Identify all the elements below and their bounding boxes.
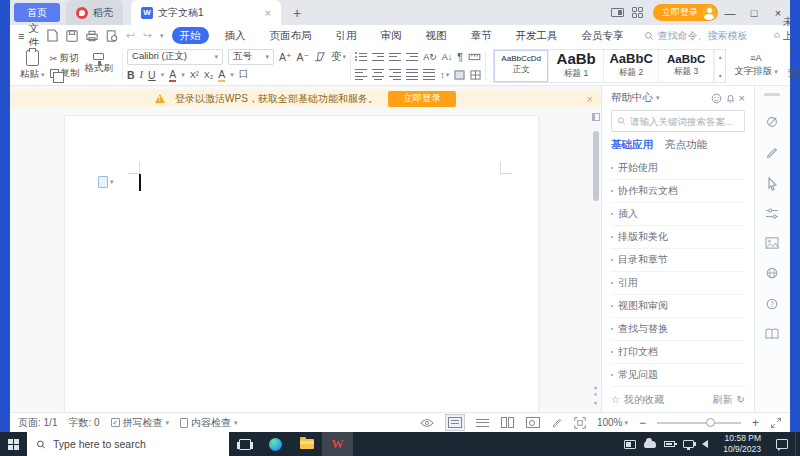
document-page[interactable]: ▾ bbox=[65, 116, 538, 412]
new-tab-button[interactable]: + bbox=[293, 5, 301, 21]
edge-button[interactable] bbox=[260, 432, 291, 456]
bold-button[interactable]: B bbox=[127, 69, 135, 81]
action-center-button[interactable] bbox=[769, 432, 795, 456]
help-item[interactable]: 引用 bbox=[611, 272, 745, 295]
ruler-toggle-icon[interactable] bbox=[592, 113, 600, 121]
help-item[interactable]: 打印文档 bbox=[611, 341, 745, 364]
quickbar-dropdown-icon[interactable]: ▾ bbox=[160, 32, 164, 40]
taskbar-search-input[interactable] bbox=[53, 438, 220, 450]
window-switch-icon[interactable] bbox=[611, 8, 624, 17]
content-check-toggle[interactable]: 内容检查 ▾ bbox=[180, 416, 238, 430]
web-view-icon[interactable] bbox=[526, 417, 540, 428]
image-icon[interactable] bbox=[765, 237, 779, 249]
text-direction-icon[interactable]: A↻ bbox=[423, 52, 437, 62]
wps-taskbar-button[interactable]: W bbox=[322, 432, 353, 456]
document-canvas[interactable]: ▾ ▴ ▾ bbox=[10, 107, 601, 412]
numbered-list-icon[interactable] bbox=[372, 53, 384, 61]
sort-icon[interactable]: A↓ bbox=[442, 52, 453, 62]
bell-icon[interactable] bbox=[725, 93, 736, 104]
seal-icon[interactable] bbox=[765, 266, 779, 280]
help-item[interactable]: 排版和美化 bbox=[611, 226, 745, 249]
redo-icon[interactable]: ↪ bbox=[143, 29, 152, 42]
document-tab[interactable]: W 文字文稿1 × bbox=[131, 0, 281, 25]
text-layout-button[interactable]: ≡A 文字排版▾ bbox=[729, 53, 783, 78]
highlight-button[interactable]: A bbox=[218, 68, 225, 82]
login-button[interactable]: 立即登录 bbox=[653, 4, 718, 21]
previous-page-icon[interactable]: ▴ bbox=[594, 383, 597, 390]
close-tab-icon[interactable]: × bbox=[265, 7, 271, 19]
login-now-button[interactable]: 立即登录 bbox=[388, 91, 456, 107]
edit-mode-icon[interactable] bbox=[551, 417, 563, 429]
tab-member[interactable]: 会员专享 bbox=[574, 27, 632, 44]
save-icon[interactable] bbox=[66, 30, 78, 42]
undo-icon[interactable]: ↩ bbox=[126, 29, 135, 42]
zoom-out-button[interactable]: − bbox=[639, 416, 646, 430]
help-item[interactable]: 查找与替换 bbox=[611, 318, 745, 341]
docer-tab[interactable]: 稻壳 bbox=[66, 0, 123, 25]
zoom-in-button[interactable]: + bbox=[752, 416, 759, 430]
vertical-scrollbar[interactable]: ▴ ▾ bbox=[590, 107, 601, 412]
tab-references[interactable]: 引用 bbox=[328, 27, 365, 44]
distribute-icon[interactable] bbox=[423, 69, 435, 81]
battery-icon[interactable] bbox=[664, 441, 675, 447]
command-search[interactable] bbox=[644, 30, 766, 41]
feedback-smiley-icon[interactable] bbox=[711, 93, 722, 104]
decrease-indent-icon[interactable] bbox=[389, 53, 401, 61]
paste-button[interactable]: 粘贴▾ bbox=[15, 50, 50, 81]
floating-insert-tool[interactable]: ▾ bbox=[98, 176, 114, 188]
tab-view[interactable]: 视图 bbox=[418, 27, 455, 44]
spell-check-toggle[interactable]: ✓ 拼写检查 ▾ bbox=[111, 416, 170, 430]
justify-icon[interactable] bbox=[406, 69, 418, 81]
font-color-button[interactable]: A bbox=[169, 68, 176, 82]
print-icon[interactable] bbox=[86, 30, 98, 42]
pen-icon[interactable] bbox=[765, 146, 779, 160]
superscript-button[interactable]: X² bbox=[190, 70, 199, 80]
refresh-link[interactable]: 刷新 bbox=[713, 393, 733, 407]
line-spacing-icon[interactable]: ↕▾ bbox=[440, 70, 449, 80]
ruler-icon[interactable] bbox=[468, 53, 481, 61]
file-explorer-button[interactable] bbox=[291, 432, 322, 456]
pinyin-guide-button[interactable]: 变▾ bbox=[331, 50, 346, 64]
zoom-slider[interactable] bbox=[657, 422, 741, 424]
scroll-down-icon[interactable]: ▾ bbox=[719, 72, 722, 79]
speaker-icon[interactable] bbox=[702, 440, 708, 448]
help-title-dropdown-icon[interactable]: ▾ bbox=[656, 94, 660, 102]
help-icon[interactable] bbox=[765, 297, 779, 311]
help-search-input[interactable] bbox=[630, 116, 739, 127]
align-left-icon[interactable] bbox=[355, 69, 367, 81]
star-icon[interactable]: ☆ bbox=[611, 394, 620, 405]
tab-basic-usage[interactable]: 基础应用 bbox=[611, 138, 653, 152]
next-page-icon[interactable]: ▾ bbox=[594, 399, 597, 406]
help-item[interactable]: 视图和审阅 bbox=[611, 295, 745, 318]
close-help-icon[interactable]: × bbox=[739, 92, 745, 104]
select-browse-icon[interactable] bbox=[594, 393, 597, 396]
tab-developer[interactable]: 开发工具 bbox=[508, 27, 566, 44]
tab-page-layout[interactable]: 页面布局 bbox=[262, 27, 320, 44]
help-item[interactable]: 插入 bbox=[611, 203, 745, 226]
style-normal[interactable]: AaBbCcDd 正文 bbox=[494, 50, 549, 82]
show-desktop-button[interactable] bbox=[795, 432, 800, 456]
fullscreen-icon[interactable] bbox=[770, 417, 782, 429]
format-painter-button[interactable]: 格式刷 bbox=[80, 57, 119, 75]
minimize-button[interactable]: — bbox=[718, 0, 742, 25]
page-view-button[interactable] bbox=[445, 414, 465, 431]
taskbar-search[interactable] bbox=[27, 432, 229, 456]
apps-grid-icon[interactable] bbox=[632, 7, 643, 18]
font-name-select[interactable]: Calibri (正文)▾ bbox=[127, 49, 223, 65]
find-replace-button[interactable]: 查找替换▾ bbox=[783, 52, 800, 80]
bullet-list-icon[interactable] bbox=[355, 53, 367, 61]
align-center-icon[interactable] bbox=[372, 69, 384, 81]
refresh-icon[interactable]: ↻ bbox=[737, 394, 745, 405]
command-search-input[interactable] bbox=[658, 30, 766, 41]
zoom-slider-knob[interactable] bbox=[706, 418, 715, 427]
fit-page-icon[interactable] bbox=[574, 417, 586, 429]
outline-view-icon[interactable] bbox=[476, 417, 490, 428]
cursor-select-icon[interactable] bbox=[766, 177, 778, 191]
style-heading2[interactable]: AaBbC 标题 2 bbox=[604, 50, 659, 82]
borders-icon[interactable] bbox=[470, 70, 481, 80]
align-right-icon[interactable] bbox=[389, 69, 401, 81]
task-view-button[interactable] bbox=[229, 432, 260, 456]
scrollbar-thumb[interactable] bbox=[593, 131, 599, 201]
paragraph-mark-icon[interactable]: ¶ bbox=[457, 51, 463, 63]
styles-scroll[interactable]: ▴ ▾ bbox=[714, 50, 725, 82]
